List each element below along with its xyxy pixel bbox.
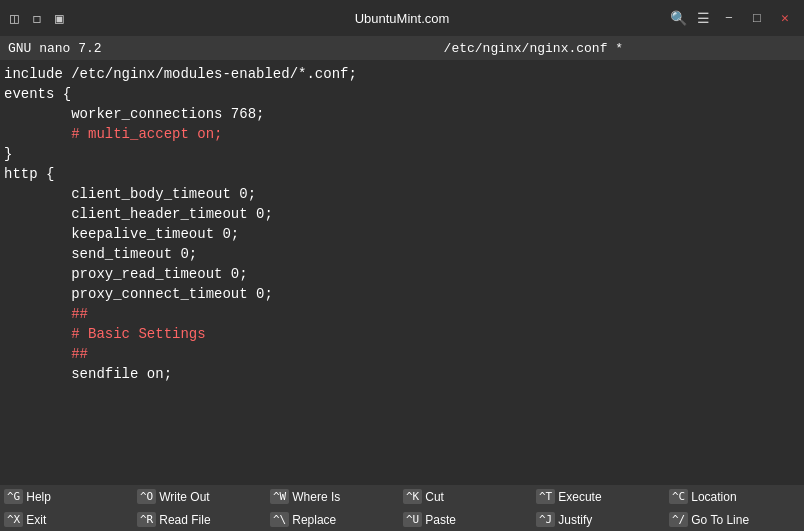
shortcut-label: Cut <box>425 490 444 504</box>
search-icon[interactable]: 🔍 <box>670 10 687 27</box>
shortcut-label: Where Is <box>292 490 340 504</box>
minimize-button[interactable]: − <box>720 9 738 27</box>
editor-line: # multi_accept on; <box>0 124 804 144</box>
shortcut-label: Write Out <box>159 490 209 504</box>
title-bar-left: ◫ ◻ ▣ <box>10 10 63 27</box>
shortcut-label: Go To Line <box>691 513 749 527</box>
close-button[interactable]: ✕ <box>776 9 794 27</box>
shortcut-label: Read File <box>159 513 210 527</box>
shortcut-key: ^O <box>137 489 156 504</box>
nano-status-bar: GNU nano 7.2 /etc/nginx/nginx.conf * <box>0 36 804 60</box>
title-text: UbuntuMint.com <box>355 11 450 26</box>
editor-line: # Basic Settings <box>0 324 804 344</box>
nano-filename: /etc/nginx/nginx.conf * <box>271 41 796 56</box>
shortcut-bar: ^GHelp^OWrite Out^WWhere Is^KCut^TExecut… <box>0 485 804 531</box>
shortcut-label: Exit <box>26 513 46 527</box>
shortcut-key: ^K <box>403 489 422 504</box>
nano-version: GNU nano 7.2 <box>8 41 271 56</box>
editor-line: client_body_timeout 0; <box>0 184 804 204</box>
editor-line: } <box>0 144 804 164</box>
title-bar-right: 🔍 ☰ − □ ✕ <box>670 9 794 27</box>
editor-line: sendfile on; <box>0 364 804 384</box>
editor-line: worker_connections 768; <box>0 104 804 124</box>
editor-area[interactable]: include /etc/nginx/modules-enabled/*.con… <box>0 60 804 485</box>
editor-line: keepalive_timeout 0; <box>0 224 804 244</box>
shortcut-label: Help <box>26 490 51 504</box>
editor-line: proxy_read_timeout 0; <box>0 264 804 284</box>
window-title: UbuntuMint.com <box>355 11 450 26</box>
editor-line: send_timeout 0; <box>0 244 804 264</box>
editor-line: ## <box>0 304 804 324</box>
terminal-icon[interactable]: ▣ <box>55 10 63 27</box>
shortcut-key: ^J <box>536 512 555 527</box>
shortcut-key: ^W <box>270 489 289 504</box>
shortcut-item[interactable]: ^GHelp <box>0 485 133 508</box>
shortcut-item[interactable]: ^WWhere Is <box>266 485 399 508</box>
editor-line: http { <box>0 164 804 184</box>
shortcut-item[interactable]: ^OWrite Out <box>133 485 266 508</box>
title-bar: ◫ ◻ ▣ UbuntuMint.com 🔍 ☰ − □ ✕ <box>0 0 804 36</box>
shortcut-item[interactable]: ^/Go To Line <box>665 508 798 531</box>
shortcut-item[interactable]: ^XExit <box>0 508 133 531</box>
shortcut-label: Location <box>691 490 736 504</box>
shortcut-item[interactable]: ^UPaste <box>399 508 532 531</box>
shortcut-key: ^\ <box>270 512 289 527</box>
shortcut-item[interactable]: ^KCut <box>399 485 532 508</box>
shortcut-label: Execute <box>558 490 601 504</box>
maximize-button[interactable]: □ <box>748 9 766 27</box>
shortcut-key: ^U <box>403 512 422 527</box>
shortcut-item[interactable]: ^CLocation <box>665 485 798 508</box>
shortcut-item[interactable]: ^TExecute <box>532 485 665 508</box>
editor-line: events { <box>0 84 804 104</box>
shortcut-key: ^X <box>4 512 23 527</box>
shortcut-key: ^T <box>536 489 555 504</box>
new-file-icon[interactable]: ◫ <box>10 10 18 27</box>
shortcut-label: Paste <box>425 513 456 527</box>
shortcut-item[interactable]: ^JJustify <box>532 508 665 531</box>
shortcut-item[interactable]: ^\Replace <box>266 508 399 531</box>
menu-icon[interactable]: ☰ <box>697 10 710 27</box>
editor-line: ## <box>0 344 804 364</box>
shortcut-key: ^R <box>137 512 156 527</box>
shortcut-key: ^/ <box>669 512 688 527</box>
editor-line: include /etc/nginx/modules-enabled/*.con… <box>0 64 804 84</box>
shortcut-key: ^G <box>4 489 23 504</box>
shortcut-item[interactable]: ^RRead File <box>133 508 266 531</box>
open-file-icon[interactable]: ◻ <box>32 10 40 27</box>
shortcut-label: Justify <box>558 513 592 527</box>
shortcut-key: ^C <box>669 489 688 504</box>
editor-line: proxy_connect_timeout 0; <box>0 284 804 304</box>
editor-line: client_header_timeout 0; <box>0 204 804 224</box>
shortcut-label: Replace <box>292 513 336 527</box>
